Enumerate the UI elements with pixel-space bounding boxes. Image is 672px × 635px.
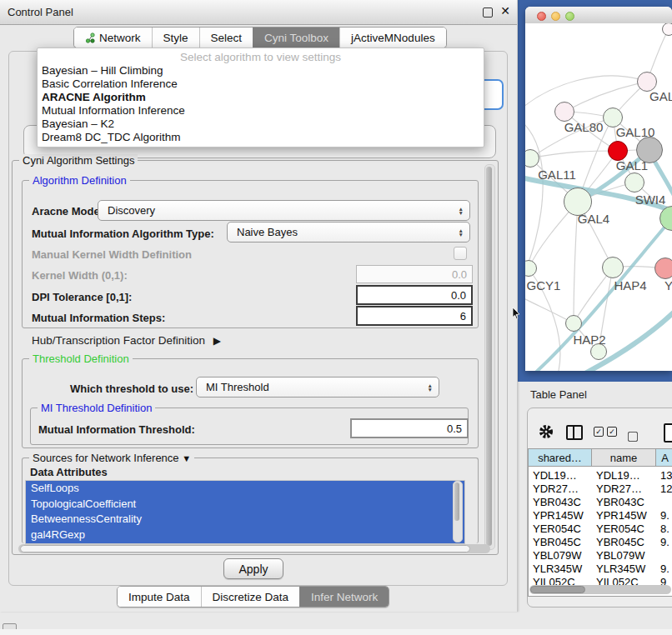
node-label-gal11: GAL11	[538, 168, 576, 182]
cell[interactable]: YDL19…	[529, 469, 592, 482]
attributes-vertical-scrollbar[interactable]	[453, 481, 463, 542]
dropdown-item[interactable]: Bayesian – K2	[38, 118, 484, 131]
control-panel-titlebar[interactable]: Control Panel ✕	[0, 0, 517, 25]
columns-icon[interactable]	[566, 425, 583, 440]
gear-icon[interactable]	[539, 424, 554, 439]
aracne-mode-label: Aracne Mode:	[32, 205, 103, 218]
column-header-name[interactable]: name	[592, 449, 656, 467]
dropdown-item-selected[interactable]: ARACNE Algorithm	[38, 91, 484, 104]
cell[interactable]: YBR043C	[592, 496, 656, 509]
node-label-hap4: HAP4	[614, 278, 646, 292]
aracne-mode-value: Discovery	[108, 204, 155, 217]
hub-definition-toggle[interactable]: Hub/Transcription Factor Definition ▶	[32, 334, 216, 347]
float-window-icon[interactable]	[483, 8, 493, 18]
attribute-item-selected[interactable]: TopologicalCoefficient	[26, 497, 464, 512]
attribute-item-selected[interactable]: BetweennessCentrality	[26, 512, 464, 528]
cell[interactable]: YBL079W	[529, 549, 592, 562]
attribute-item-selected[interactable]: gal4RGexp	[26, 528, 464, 543]
dpi-tolerance-input[interactable]: 0.0	[356, 285, 473, 305]
apply-button-label: Apply	[238, 562, 268, 576]
checked-box-icon: ✓	[607, 427, 617, 437]
mi-algorithm-type-select[interactable]: Naive Bayes ▲▼	[227, 222, 470, 242]
network-node-swi4[interactable]	[624, 172, 644, 192]
network-node-gal80[interactable]	[554, 102, 574, 122]
network-node-hap4[interactable]	[602, 257, 624, 278]
cell[interactable]: YDL19…	[592, 469, 656, 482]
tab-select[interactable]: Select	[199, 28, 253, 48]
cell[interactable]: YLR345W	[529, 562, 592, 576]
cell[interactable]: 12	[656, 482, 672, 496]
document-icon[interactable]	[664, 423, 672, 442]
cell[interactable]: 9.	[656, 509, 672, 522]
close-traffic-light-icon[interactable]	[537, 12, 546, 21]
data-attributes-label: Data Attributes	[30, 466, 108, 478]
tab-impute-data-label: Impute Data	[128, 591, 190, 603]
tab-style[interactable]: Style	[152, 28, 199, 48]
cell[interactable]: 13	[656, 469, 672, 482]
tab-network[interactable]: Network	[74, 28, 152, 48]
cell[interactable]: YDR27…	[529, 482, 592, 496]
which-threshold-select[interactable]: MI Threshold ▲▼	[196, 377, 439, 398]
network-node-salmon[interactable]	[654, 258, 672, 279]
network-node-hap2[interactable]	[565, 315, 582, 332]
tab-discretize-data[interactable]: Discretize Data	[201, 587, 300, 607]
combo-stepper-icon: ▲▼	[459, 228, 464, 237]
algorithm-definition-legend: Algorithm Definition	[29, 174, 130, 187]
dropdown-item[interactable]: Bayesian – Hill Climbing	[38, 64, 484, 78]
cell[interactable]: YER054C	[529, 522, 592, 536]
aracne-mode-select[interactable]: Discovery ▲▼	[98, 200, 470, 221]
kernel-width-input[interactable]: 0.0	[356, 265, 473, 283]
combo-stepper-icon: ▲▼	[459, 207, 464, 215]
cell[interactable]: YBR043C	[529, 496, 592, 509]
manual-kernel-width-checkbox[interactable]	[454, 247, 467, 260]
cell[interactable]: YBR045C	[592, 536, 656, 549]
dropdown-item[interactable]: Basic Correlation Inference	[38, 78, 484, 91]
network-window-titlebar[interactable]	[525, 7, 672, 24]
close-panel-icon[interactable]: ✕	[500, 4, 510, 18]
apply-button[interactable]: Apply	[223, 558, 283, 579]
network-canvas[interactable]: GAL7 GAL80 GAL10 GAL1 GAL11 SWI4 GAL4 GC…	[525, 23, 672, 371]
tab-jactivemnodules[interactable]: jActiveMNodules	[339, 28, 446, 48]
cell[interactable]	[656, 549, 672, 562]
mi-threshold-input[interactable]: 0.5	[350, 418, 469, 438]
kernel-width-label: Kernel Width (0,1):	[32, 269, 128, 282]
cell[interactable]: 9.	[656, 536, 672, 549]
sources-legend[interactable]: Sources for Network Inference ▼	[29, 452, 194, 464]
column-header-shared-name[interactable]: shared…	[529, 449, 592, 467]
cell[interactable]: YER054C	[592, 522, 656, 536]
scrollbar-thumb[interactable]	[530, 586, 585, 593]
cell[interactable]: 8.	[656, 522, 672, 536]
node-table[interactable]: shared… name A YDL19… YDL19… 13 YDR27… Y…	[528, 448, 672, 597]
cell[interactable]: YPR145W	[592, 509, 656, 522]
cell[interactable]: 9.	[656, 562, 672, 576]
data-attributes-list[interactable]: SelfLoops TopologicalCoefficient Between…	[25, 480, 465, 544]
zoom-traffic-light-icon[interactable]	[565, 12, 574, 21]
network-node[interactable]	[662, 23, 672, 36]
table-horizontal-scrollbar[interactable]	[529, 585, 671, 594]
minimize-traffic-light-icon[interactable]	[551, 12, 560, 21]
dropdown-item[interactable]: Dream8 DC_TDC Algorithm	[38, 131, 484, 144]
which-threshold-value: MI Threshold	[206, 381, 269, 393]
select-all-checks-icon[interactable]: ✓ ✓	[594, 427, 617, 437]
mi-algorithm-type-value: Naive Bayes	[237, 226, 298, 238]
dropdown-item[interactable]: Mutual Information Inference	[38, 104, 484, 118]
cyni-algorithm-settings-legend: Cyni Algorithm Settings	[19, 154, 138, 167]
settings-horizontal-scrollbar[interactable]	[18, 544, 490, 553]
settings-vertical-scrollbar[interactable]	[484, 164, 495, 550]
mi-steps-input[interactable]: 6	[356, 306, 473, 326]
cell[interactable]: YLR345W	[592, 562, 656, 576]
tab-cyni-toolbox[interactable]: Cyni Toolbox	[253, 28, 339, 48]
tab-infer-network[interactable]: Infer Network	[299, 587, 389, 607]
column-header-partial[interactable]: A	[656, 449, 672, 467]
tab-select-label: Select	[211, 32, 243, 44]
cell[interactable]: YDR27…	[592, 482, 656, 496]
cell[interactable]: YPR145W	[529, 509, 592, 522]
scrollbar-thumb[interactable]	[454, 482, 459, 521]
attribute-item-selected[interactable]: SelfLoops	[26, 481, 464, 497]
cell[interactable]: YBR045C	[529, 536, 592, 549]
cell[interactable]: YBL079W	[592, 549, 656, 562]
scrollbar-thumb[interactable]	[20, 545, 470, 552]
cell[interactable]	[656, 496, 672, 509]
tab-impute-data[interactable]: Impute Data	[118, 587, 201, 607]
scrollbar-thumb[interactable]	[486, 167, 492, 546]
